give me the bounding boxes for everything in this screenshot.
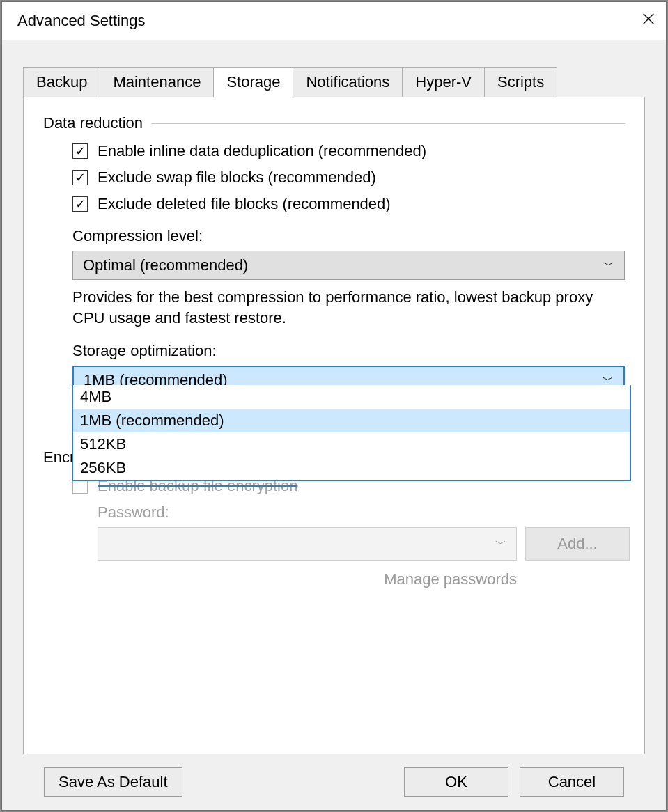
checkbox-deleted[interactable]: Exclude deleted file blocks (recommended…	[72, 195, 625, 213]
data-reduction-body: Enable inline data deduplication (recomm…	[43, 142, 625, 395]
cancel-button[interactable]: Cancel	[520, 767, 624, 797]
dialog-footer: Save As Default OK Cancel	[23, 754, 645, 810]
compression-label: Compression level:	[72, 227, 625, 245]
manage-passwords-link: Manage passwords	[98, 561, 630, 588]
group-data-reduction: Data reduction	[43, 114, 625, 132]
storage-opt-dropdown[interactable]: 4MB 1MB (recommended) 512KB 256KB	[72, 385, 631, 481]
storage-opt-label: Storage optimization:	[72, 342, 625, 360]
chevron-down-icon: ﹀	[495, 537, 506, 552]
compression-value: Optimal (recommended)	[83, 256, 248, 274]
checkbox-dedup[interactable]: Enable inline data deduplication (recomm…	[72, 142, 625, 160]
checkbox-icon[interactable]	[72, 196, 88, 212]
group-data-reduction-label: Data reduction	[43, 114, 143, 132]
group-encryption-label-fragment: Encr	[43, 448, 75, 467]
tab-panel-storage: Data reduction Enable inline data dedupl…	[23, 97, 645, 754]
tab-backup[interactable]: Backup	[23, 67, 100, 97]
checkbox-icon[interactable]	[72, 143, 88, 159]
storage-opt-option-4mb[interactable]: 4MB	[73, 385, 630, 409]
checkbox-deleted-label: Exclude deleted file blocks (recommended…	[98, 195, 391, 213]
tab-notifications[interactable]: Notifications	[293, 67, 403, 97]
chevron-down-icon: ﹀	[603, 258, 614, 273]
tab-storage[interactable]: Storage	[214, 67, 293, 97]
storage-opt-option-1mb[interactable]: 1MB (recommended)	[73, 409, 630, 432]
titlebar: Advanced Settings	[2, 2, 666, 40]
password-label: Password:	[98, 503, 630, 522]
checkbox-swap[interactable]: Exclude swap file blocks (recommended)	[72, 169, 625, 187]
tab-scripts[interactable]: Scripts	[485, 67, 557, 97]
password-select: ﹀	[98, 527, 517, 561]
tab-hyperv[interactable]: Hyper-V	[403, 67, 485, 97]
checkbox-swap-label: Exclude swap file blocks (recommended)	[98, 169, 376, 187]
dialog-window: Advanced Settings Backup Maintenance Sto…	[1, 1, 667, 811]
compression-help: Provides for the best compression to per…	[72, 287, 625, 328]
ok-button[interactable]: OK	[404, 767, 508, 797]
checkbox-dedup-label: Enable inline data deduplication (recomm…	[98, 142, 426, 160]
storage-opt-option-512kb[interactable]: 512KB	[73, 432, 630, 456]
content-area: Backup Maintenance Storage Notifications…	[2, 40, 666, 810]
dialog-title: Advanced Settings	[17, 12, 641, 30]
checkbox-icon[interactable]	[72, 170, 88, 185]
close-icon[interactable]	[641, 11, 656, 31]
save-as-default-button[interactable]: Save As Default	[44, 767, 182, 797]
encryption-body: Enable backup file encryption Password: …	[72, 477, 630, 588]
storage-opt-option-256kb[interactable]: 256KB	[73, 456, 630, 480]
add-password-button: Add...	[525, 527, 630, 561]
divider	[151, 123, 625, 124]
tabstrip: Backup Maintenance Storage Notifications…	[23, 66, 645, 97]
compression-select[interactable]: Optimal (recommended) ﹀	[72, 251, 625, 280]
tab-maintenance[interactable]: Maintenance	[100, 67, 214, 97]
